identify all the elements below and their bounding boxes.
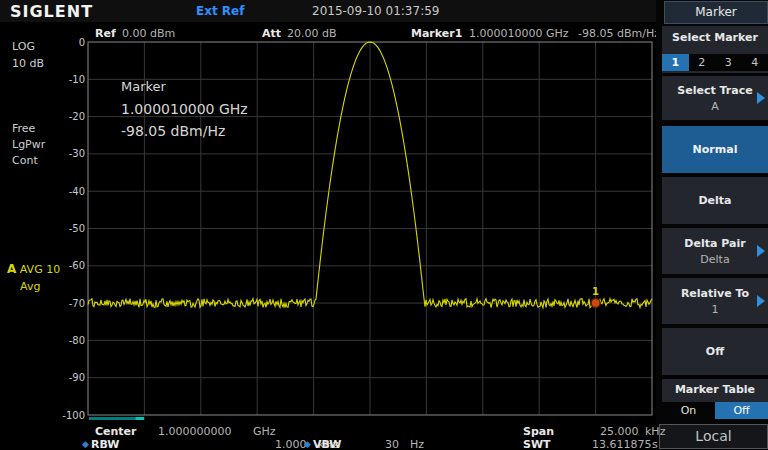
- svg-text:-30: -30: [69, 148, 85, 159]
- marker-normal-button[interactable]: Normal: [662, 126, 768, 173]
- svg-text:-80: -80: [69, 335, 85, 346]
- local-button[interactable]: Local: [659, 424, 768, 449]
- marker-delta-button[interactable]: Delta: [662, 177, 768, 224]
- menu-header: Marker: [664, 1, 768, 24]
- spectrum-plot: 0-10-20-30-40-50-60-70-80-90-1001: [0, 0, 768, 450]
- submenu-arrow-icon: [757, 295, 765, 307]
- svg-text:-10: -10: [69, 74, 85, 85]
- marker-option-1[interactable]: 1: [662, 54, 689, 71]
- swt-value: 13.611875: [592, 438, 652, 450]
- vbw-value: 30: [385, 438, 399, 450]
- marker-normal-label: Normal: [662, 126, 768, 156]
- select-trace-value: A: [662, 97, 768, 113]
- svg-text:-40: -40: [69, 186, 85, 197]
- marker-annotation-title: Marker: [121, 79, 248, 94]
- marker-option-3[interactable]: 3: [715, 54, 742, 71]
- marker-off-label: Off: [662, 328, 768, 358]
- marker1-dot: [591, 299, 600, 308]
- marker-off-button[interactable]: Off: [662, 328, 768, 375]
- svg-text:-70: -70: [69, 298, 85, 309]
- softkey-menu: Marker Select Marker 1 2 3 4 Select Trac…: [656, 0, 768, 450]
- svg-text:-60: -60: [69, 260, 85, 271]
- marker-table-on-option[interactable]: On: [662, 402, 715, 419]
- marker-table-toggle: On Off: [662, 402, 768, 419]
- marker-number-selector: 1 2 3 4: [662, 54, 768, 71]
- vbw-coupled-icon: ◆: [304, 439, 311, 449]
- delta-pair-value: Delta: [662, 250, 768, 266]
- svg-text:1: 1: [592, 286, 599, 297]
- marker-delta-label: Delta: [662, 177, 768, 207]
- svg-text:-100: -100: [62, 410, 85, 421]
- span-unit: kHz: [645, 425, 665, 438]
- svg-text:-50: -50: [69, 223, 85, 234]
- swt-label: SWT: [523, 438, 551, 450]
- marker-annotation-freq: 1.000010000 GHz: [121, 101, 248, 117]
- delta-pair-button[interactable]: Delta Pair Delta: [662, 228, 768, 274]
- center-freq-value: 1.000000000: [158, 425, 231, 438]
- select-trace-button[interactable]: Select Trace A: [662, 76, 768, 120]
- vbw-unit: Hz: [410, 438, 424, 450]
- relative-to-button[interactable]: Relative To 1: [662, 278, 768, 324]
- relative-to-label: Relative To: [662, 278, 768, 300]
- marker-annotation: Marker 1.000010000 GHz -98.05 dBm/Hz: [121, 79, 248, 139]
- vbw-label: VBW: [313, 438, 341, 450]
- spectrum-analyzer-screen: SIGLENT Ext Ref 2015-09-10 01:37:59 Ref …: [0, 0, 768, 450]
- marker-option-2[interactable]: 2: [689, 54, 716, 71]
- svg-text:-20: -20: [69, 111, 85, 122]
- swt-unit: s: [652, 438, 658, 450]
- select-marker-button[interactable]: Select Marker 1 2 3 4: [662, 26, 768, 73]
- svg-text:0: 0: [79, 37, 85, 48]
- select-marker-label: Select Marker: [662, 26, 768, 44]
- marker-annotation-level: -98.05 dBm/Hz: [121, 123, 248, 139]
- submenu-arrow-icon: [757, 245, 765, 257]
- center-freq-label: Center: [95, 425, 137, 438]
- rbw-label: RBW: [91, 438, 119, 450]
- span-label: Span: [523, 425, 554, 438]
- rbw-value: 1.000: [275, 438, 307, 450]
- center-freq-unit: GHz: [253, 425, 276, 438]
- svg-text:-90: -90: [69, 372, 85, 383]
- relative-to-value: 1: [662, 300, 768, 316]
- span-value: 25.000: [600, 425, 639, 438]
- marker-table-label: Marker Table: [662, 379, 768, 396]
- rbw-coupled-icon: ◆: [82, 439, 89, 449]
- marker-table-button[interactable]: Marker Table On Off: [662, 379, 768, 419]
- delta-pair-label: Delta Pair: [662, 228, 768, 250]
- submenu-arrow-icon: [757, 92, 765, 104]
- marker-table-off-option[interactable]: Off: [715, 402, 768, 419]
- marker-option-4[interactable]: 4: [742, 54, 768, 71]
- select-trace-label: Select Trace: [662, 76, 768, 97]
